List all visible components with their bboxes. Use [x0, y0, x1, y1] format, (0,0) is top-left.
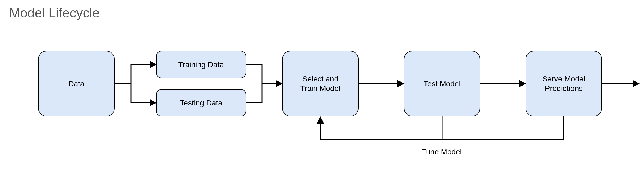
- node-select-train: Select and Train Model: [282, 51, 359, 116]
- feedback-label: Tune Model: [422, 148, 462, 156]
- node-serve: Serve Model Predictions: [526, 51, 602, 116]
- node-test-model-label: Test Model: [424, 79, 460, 89]
- node-select-train-label: Select and Train Model: [300, 74, 341, 93]
- node-testing-data: Testing Data: [156, 89, 246, 116]
- node-training-data-label: Training Data: [178, 60, 224, 69]
- node-data-label: Data: [68, 79, 84, 89]
- diagram-title: Model Lifecycle: [9, 5, 100, 20]
- diagram-canvas: Model Lifecycle Data Training Data Testi…: [0, 0, 644, 176]
- node-test-model: Test Model: [404, 51, 480, 116]
- node-serve-label: Serve Model Predictions: [542, 74, 585, 93]
- node-training-data: Training Data: [156, 51, 246, 78]
- node-data: Data: [38, 51, 115, 116]
- node-testing-data-label: Testing Data: [180, 98, 222, 108]
